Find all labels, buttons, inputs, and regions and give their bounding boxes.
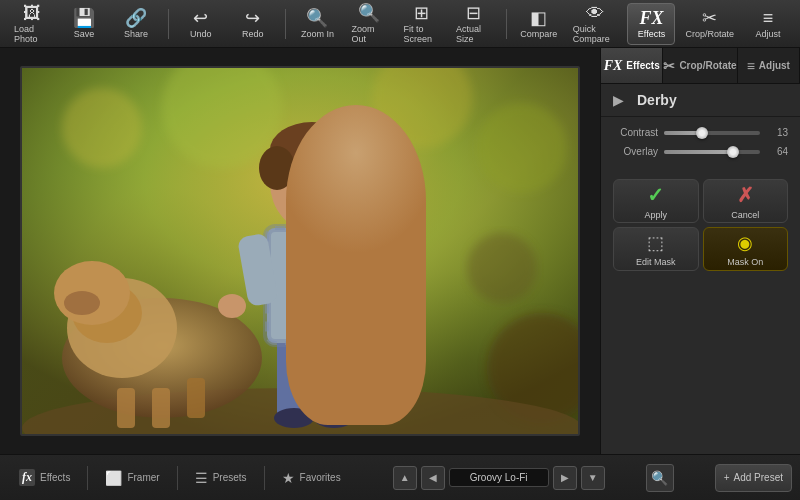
- svg-point-36: [366, 294, 394, 318]
- load-photo-icon: 🖼: [23, 4, 41, 22]
- nav-down-button[interactable]: ▼: [581, 466, 605, 490]
- play-button[interactable]: ▶: [613, 92, 629, 108]
- overlay-fill: [664, 150, 733, 154]
- quick-compare-label: Quick Compare: [573, 24, 618, 44]
- adjust-tab-button[interactable]: ≡ Adjust: [744, 3, 792, 45]
- cancel-button[interactable]: ✗ Cancel: [703, 179, 789, 223]
- svg-point-29: [329, 146, 365, 190]
- presets-icon: ☰: [195, 470, 208, 486]
- nav-next-button[interactable]: ▶: [553, 466, 577, 490]
- save-label: Save: [74, 29, 95, 39]
- bottom-center-controls: ▲ ◀ Groovy Lo-Fi ▶ ▼: [393, 466, 605, 490]
- undo-button[interactable]: ↩ Undo: [177, 3, 225, 45]
- apply-button[interactable]: ✓ Apply: [613, 179, 699, 223]
- edit-mask-button[interactable]: ⬚ Edit Mask: [613, 227, 699, 271]
- svg-point-12: [64, 291, 100, 315]
- framer-label: Framer: [127, 472, 159, 483]
- save-button[interactable]: 💾 Save: [60, 3, 108, 45]
- tab-fx-effects[interactable]: FX Effects: [601, 48, 663, 83]
- apply-icon: ✓: [647, 183, 664, 207]
- mask-on-icon: ◉: [737, 232, 753, 254]
- contrast-thumb[interactable]: [696, 127, 708, 139]
- svg-rect-23: [290, 228, 298, 348]
- photo-area: [0, 48, 600, 454]
- adjust-label: Adjust: [756, 29, 781, 39]
- effects-bottom-button[interactable]: fx Effects: [8, 461, 81, 495]
- search-button[interactable]: 🔍: [646, 464, 674, 492]
- add-preset-icon: +: [724, 472, 730, 483]
- presets-label: Presets: [213, 472, 247, 483]
- undo-icon: ↩: [193, 9, 208, 27]
- fx-effects-tab-button[interactable]: FX Effects: [627, 3, 675, 45]
- top-toolbar: 🖼 Load Photo 💾 Save 🔗 Share ↩ Undo ↪ Red…: [0, 0, 800, 48]
- overlay-value: 64: [766, 146, 788, 157]
- preset-name-label: Derby: [637, 92, 677, 108]
- zoom-out-label: Zoom Out: [351, 24, 387, 44]
- crop-rotate-icon: ✂: [702, 9, 717, 27]
- fit-screen-icon: ⊞: [414, 4, 429, 22]
- overlay-slider[interactable]: [664, 150, 760, 154]
- svg-rect-14: [152, 388, 170, 428]
- svg-point-11: [54, 261, 130, 325]
- compare-button[interactable]: ◧ Compare: [515, 3, 563, 45]
- adjust-tab-label: Adjust: [759, 60, 790, 71]
- svg-point-4: [477, 103, 567, 193]
- zoom-out-icon: 🔍: [358, 4, 380, 22]
- fx-tab-bar: FX Effects ✂ Crop/Rotate ≡ Adjust: [601, 48, 800, 84]
- add-preset-label: Add Preset: [734, 472, 783, 483]
- actual-size-icon: ⊟: [466, 4, 481, 22]
- svg-point-31: [317, 175, 331, 191]
- bottom-sep-1: [87, 466, 88, 490]
- load-photo-button[interactable]: 🖼 Load Photo: [8, 3, 56, 45]
- share-icon: 🔗: [125, 9, 147, 27]
- contrast-slider[interactable]: [664, 131, 760, 135]
- presets-bottom-button[interactable]: ☰ Presets: [184, 461, 258, 495]
- add-preset-button[interactable]: + Add Preset: [715, 464, 792, 492]
- overlay-thumb[interactable]: [727, 146, 739, 158]
- actual-size-label: Actual Size: [456, 24, 492, 44]
- sliders-area: Contrast 13 Overlay 64: [601, 117, 800, 167]
- fit-screen-button[interactable]: ⊞ Fit to Screen: [397, 3, 446, 45]
- photo-canvas: [20, 66, 580, 436]
- svg-point-32: [302, 190, 322, 202]
- svg-point-28: [259, 146, 295, 190]
- nav-prev-button[interactable]: ◀: [421, 466, 445, 490]
- svg-point-30: [293, 175, 307, 191]
- share-button[interactable]: 🔗 Share: [112, 3, 160, 45]
- quick-compare-button[interactable]: 👁 Quick Compare: [567, 3, 624, 45]
- adjust-tab-icon: ≡: [747, 58, 755, 74]
- zoom-in-button[interactable]: 🔍 Zoom In: [293, 3, 341, 45]
- redo-icon: ↪: [245, 9, 260, 27]
- fx-effects-label: Effects: [638, 29, 665, 39]
- share-label: Share: [124, 29, 148, 39]
- svg-rect-24: [326, 228, 334, 348]
- mask-on-label: Mask On: [727, 257, 763, 267]
- crop-rotate-tab-button[interactable]: ✂ Crop/Rotate: [679, 3, 740, 45]
- zoom-in-icon: 🔍: [306, 9, 328, 27]
- contrast-value: 13: [766, 127, 788, 138]
- svg-point-1: [62, 88, 142, 168]
- edit-mask-label: Edit Mask: [636, 257, 676, 267]
- overlay-slider-row: Overlay 64: [613, 146, 788, 157]
- tab-crop-rotate[interactable]: ✂ Crop/Rotate: [663, 48, 737, 83]
- svg-point-18: [274, 408, 314, 428]
- compare-icon: ◧: [530, 9, 547, 27]
- favorites-icon: ★: [282, 470, 295, 486]
- bottom-right-controls: + Add Preset: [715, 464, 792, 492]
- mask-on-button[interactable]: ◉ Mask On: [703, 227, 789, 271]
- fx-tab-label: Effects: [626, 60, 659, 71]
- bottom-sep-2: [177, 466, 178, 490]
- crop-rotate-label: Crop/Rotate: [685, 29, 734, 39]
- cancel-label: Cancel: [731, 210, 759, 220]
- redo-button[interactable]: ↪ Redo: [229, 3, 277, 45]
- photo-content-svg: [22, 68, 580, 436]
- favorites-bottom-button[interactable]: ★ Favorites: [271, 461, 352, 495]
- framer-bottom-button[interactable]: ⬜ Framer: [94, 461, 170, 495]
- zoom-out-button[interactable]: 🔍 Zoom Out: [345, 3, 393, 45]
- contrast-slider-row: Contrast 13: [613, 127, 788, 138]
- actual-size-button[interactable]: ⊟ Actual Size: [450, 3, 498, 45]
- bottom-bar: fx Effects ⬜ Framer ☰ Presets ★ Favorite…: [0, 454, 800, 500]
- tab-adjust[interactable]: ≡ Adjust: [738, 48, 800, 83]
- nav-up-button[interactable]: ▲: [393, 466, 417, 490]
- edit-mask-icon: ⬚: [647, 232, 664, 254]
